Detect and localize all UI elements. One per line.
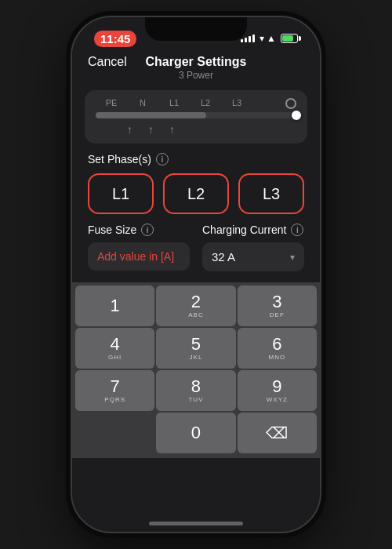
phase-label-pe: PE xyxy=(96,98,127,107)
notch xyxy=(145,17,247,41)
keypad-row-3: 7 PQRS 8 TUV 9 WXYZ xyxy=(75,370,317,411)
arrow-l1: ↑ xyxy=(127,123,132,136)
keypad-row-2: 4 GHI 5 JKL 6 MNO xyxy=(75,328,317,369)
charging-current-dropdown[interactable]: 32 A ▾ xyxy=(202,242,304,271)
key-8[interactable]: 8 TUV xyxy=(156,370,235,411)
screen: 11:45 ▾ ▲ Cancel Charger Settings 3 Powe… xyxy=(72,17,320,532)
charging-current-col: Charging Current i 32 A ▾ xyxy=(202,224,304,271)
phase-labels: PE N L1 L2 L3 xyxy=(96,98,296,107)
keypad-row-4: 0 ⌫ xyxy=(75,413,317,453)
numeric-keypad: 1 2 ABC 3 DEF 4 GHI 5 JKL xyxy=(72,282,320,458)
two-col-section: Fuse Size i Add value in [A] Charging Cu… xyxy=(72,224,320,278)
circle-indicator xyxy=(285,98,296,109)
phase-card: PE N L1 L2 L3 ↑ ↑ ↑ xyxy=(85,90,307,144)
battery-icon xyxy=(281,34,298,43)
key-empty xyxy=(75,413,154,453)
phase-button-l1[interactable]: L1 xyxy=(88,173,154,214)
key-0[interactable]: 0 xyxy=(156,413,235,453)
arrow-l3: ↑ xyxy=(169,123,175,136)
fuse-size-input[interactable]: Add value in [A] xyxy=(88,242,190,271)
delete-key[interactable]: ⌫ xyxy=(238,413,317,453)
home-bar xyxy=(149,522,243,525)
set-phases-info-icon[interactable]: i xyxy=(156,153,169,165)
set-phases-section: Set Phase(s) i L1 L2 L3 xyxy=(72,153,320,224)
keypad-row-1: 1 2 ABC 3 DEF xyxy=(75,285,317,326)
fuse-size-label: Fuse Size i xyxy=(88,224,190,236)
nav-title-group: Charger Settings 3 Power xyxy=(145,55,246,81)
cancel-button[interactable]: Cancel xyxy=(88,55,127,69)
fuse-size-col: Fuse Size i Add value in [A] xyxy=(88,224,190,271)
key-9[interactable]: 9 WXYZ xyxy=(238,370,317,411)
fuse-size-info-icon[interactable]: i xyxy=(141,224,154,236)
phase-label-l2: L2 xyxy=(190,98,221,107)
fuse-input-placeholder: Add value in [A] xyxy=(97,250,174,263)
status-icons: ▾ ▲ xyxy=(241,33,298,44)
backspace-icon: ⌫ xyxy=(266,424,288,442)
phase-slider[interactable] xyxy=(96,112,296,118)
charging-current-label: Charging Current i xyxy=(202,224,304,236)
phase-label-n: N xyxy=(127,98,158,107)
status-time: 11:45 xyxy=(94,31,136,47)
phase-buttons: L1 L2 L3 xyxy=(88,173,304,214)
phase-label-l3: L3 xyxy=(221,98,252,107)
phase-track xyxy=(96,112,296,118)
key-5[interactable]: 5 JKL xyxy=(156,328,235,369)
phone-frame: 11:45 ▾ ▲ Cancel Charger Settings 3 Powe… xyxy=(71,16,321,533)
key-2[interactable]: 2 ABC xyxy=(156,285,235,326)
phase-button-l2[interactable]: L2 xyxy=(163,173,229,214)
phase-label-l1: L1 xyxy=(158,98,190,107)
nav-bar: Cancel Charger Settings 3 Power xyxy=(72,52,320,87)
arrow-l2: ↑ xyxy=(148,123,154,136)
key-7[interactable]: 7 PQRS xyxy=(75,370,154,411)
page-title: Charger Settings xyxy=(145,55,246,69)
charging-current-value: 32 A xyxy=(212,250,235,264)
page-subtitle: 3 Power xyxy=(145,70,246,81)
phase-button-l3[interactable]: L3 xyxy=(238,173,304,214)
key-1[interactable]: 1 xyxy=(75,285,154,326)
set-phases-label: Set Phase(s) i xyxy=(88,153,304,165)
key-4[interactable]: 4 GHI xyxy=(75,328,154,369)
wifi-icon: ▾ ▲ xyxy=(260,33,276,44)
phase-arrows: ↑ ↑ ↑ xyxy=(96,123,296,136)
charging-info-icon[interactable]: i xyxy=(291,224,303,236)
chevron-down-icon: ▾ xyxy=(290,252,295,263)
key-3[interactable]: 3 DEF xyxy=(238,285,317,326)
key-6[interactable]: 6 MNO xyxy=(238,328,317,369)
slider-thumb xyxy=(292,111,301,120)
